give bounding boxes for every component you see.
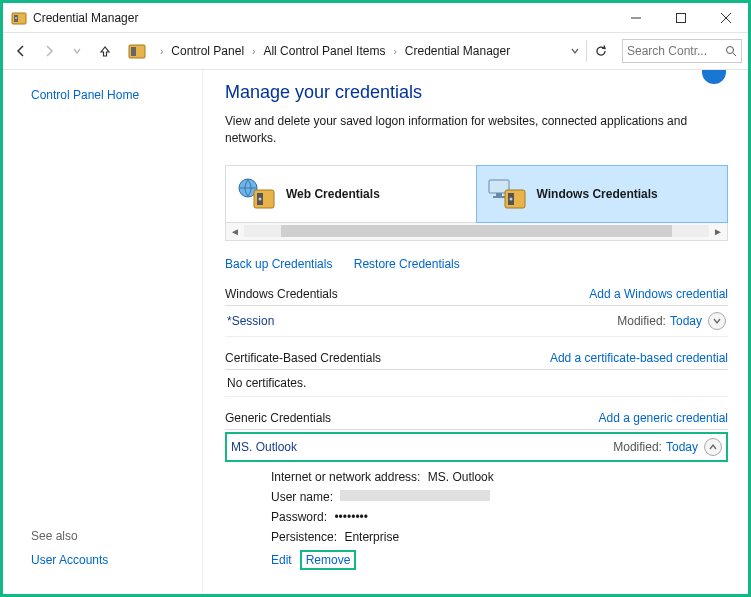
recent-dropdown[interactable] xyxy=(65,39,89,63)
nav-bar: › Control Panel › All Control Panel Item… xyxy=(3,33,748,69)
globe-safe-icon xyxy=(236,176,278,212)
detail-persistence-value: Enterprise xyxy=(344,530,399,544)
breadcrumb-item[interactable]: Credential Manager xyxy=(402,42,513,60)
sidebar-home-link[interactable]: Control Panel Home xyxy=(31,88,202,102)
breadcrumb-item[interactable]: Control Panel xyxy=(168,42,247,60)
monitor-safe-icon xyxy=(487,176,529,212)
sidebar: Control Panel Home See also User Account… xyxy=(3,70,203,593)
tab-label: Web Credentials xyxy=(286,187,380,201)
section-title: Certificate-Based Credentials xyxy=(225,351,381,365)
credential-name: *Session xyxy=(227,314,617,328)
add-windows-credential-link[interactable]: Add a Windows credential xyxy=(589,287,728,301)
credential-type-tabs: Web Credentials Windows Credentials xyxy=(225,165,728,223)
breadcrumb-item[interactable]: All Control Panel Items xyxy=(260,42,388,60)
search-icon xyxy=(725,45,737,57)
section-title: Windows Credentials xyxy=(225,287,338,301)
svg-point-20 xyxy=(509,197,512,200)
refresh-button[interactable] xyxy=(586,40,608,62)
credential-row-session[interactable]: *Session Modified: Today xyxy=(225,306,728,337)
chevron-up-icon[interactable] xyxy=(704,438,722,456)
add-cert-credential-link[interactable]: Add a certificate-based credential xyxy=(550,351,728,365)
add-generic-credential-link[interactable]: Add a generic credential xyxy=(599,411,728,425)
scroll-left-icon[interactable]: ◄ xyxy=(230,226,240,237)
detail-password-label: Password: xyxy=(271,510,327,524)
detail-persistence-label: Persistence: xyxy=(271,530,337,544)
address-dropdown-icon[interactable] xyxy=(570,46,580,56)
section-title: Generic Credentials xyxy=(225,411,331,425)
restore-credentials-link[interactable]: Restore Credentials xyxy=(354,257,460,271)
forward-button[interactable] xyxy=(37,39,61,63)
page-title: Manage your credentials xyxy=(225,82,728,103)
main-panel: Manage your credentials View and delete … xyxy=(203,70,748,593)
svg-line-10 xyxy=(733,53,736,56)
maximize-button[interactable] xyxy=(658,3,703,33)
chevron-down-icon[interactable] xyxy=(708,312,726,330)
svg-rect-17 xyxy=(493,196,505,198)
detail-username-value xyxy=(340,490,490,501)
detail-username-label: User name: xyxy=(271,490,333,504)
detail-address-value: MS. Outlook xyxy=(428,470,494,484)
tab-windows-credentials[interactable]: Windows Credentials xyxy=(476,165,729,223)
scrollbar-thumb[interactable] xyxy=(281,225,672,237)
credential-row-outlook[interactable]: MS. Outlook Modified: Today xyxy=(225,432,728,462)
section-generic-credentials: Generic Credentials Add a generic creden… xyxy=(225,411,728,430)
backup-credentials-link[interactable]: Back up Credentials xyxy=(225,257,332,271)
modified-label: Modified: xyxy=(617,314,666,328)
no-certificates-text: No certificates. xyxy=(225,370,728,397)
tab-label: Windows Credentials xyxy=(537,187,658,201)
detail-password-value: •••••••• xyxy=(334,510,368,524)
breadcrumb[interactable]: › Control Panel › All Control Panel Item… xyxy=(155,39,566,63)
credential-details: Internet or network address: MS. Outlook… xyxy=(225,462,728,570)
back-button[interactable] xyxy=(9,39,33,63)
minimize-button[interactable] xyxy=(613,3,658,33)
edit-credential-link[interactable]: Edit xyxy=(271,553,292,567)
search-placeholder: Search Contr... xyxy=(627,44,707,58)
scroll-right-icon[interactable]: ► xyxy=(713,226,723,237)
sidebar-user-accounts-link[interactable]: User Accounts xyxy=(31,553,202,567)
sidebar-see-also-label: See also xyxy=(31,529,202,543)
section-windows-credentials: Windows Credentials Add a Windows creden… xyxy=(225,287,728,306)
modified-value: Today xyxy=(670,314,702,328)
search-input[interactable]: Search Contr... xyxy=(622,39,742,63)
svg-rect-8 xyxy=(131,47,136,56)
detail-address-label: Internet or network address: xyxy=(271,470,420,484)
app-icon xyxy=(11,10,27,26)
svg-rect-16 xyxy=(496,193,502,196)
modified-value: Today xyxy=(666,440,698,454)
svg-point-2 xyxy=(15,17,17,19)
horizontal-scrollbar[interactable]: ◄ ► xyxy=(225,223,728,241)
credential-name: MS. Outlook xyxy=(231,440,613,454)
svg-point-9 xyxy=(727,47,734,54)
svg-point-14 xyxy=(259,197,262,200)
window-title: Credential Manager xyxy=(33,11,613,25)
address-icon xyxy=(127,41,147,61)
tab-web-credentials[interactable]: Web Credentials xyxy=(226,166,477,222)
remove-credential-link[interactable]: Remove xyxy=(306,553,351,567)
modified-label: Modified: xyxy=(613,440,662,454)
page-description: View and delete your saved logon informa… xyxy=(225,113,728,147)
close-button[interactable] xyxy=(703,3,748,33)
title-bar: Credential Manager xyxy=(3,3,748,33)
section-cert-credentials: Certificate-Based Credentials Add a cert… xyxy=(225,351,728,370)
svg-rect-4 xyxy=(676,13,685,22)
content-area: Control Panel Home See also User Account… xyxy=(3,70,748,593)
up-button[interactable] xyxy=(93,39,117,63)
